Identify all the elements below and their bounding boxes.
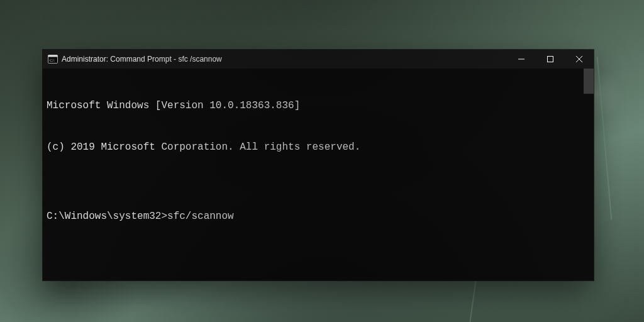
terminal-output: Microsoft Windows [Version 10.0.18363.83… [43, 69, 594, 280]
window-controls [507, 50, 594, 69]
maximize-button[interactable] [536, 50, 565, 69]
window-title: Administrator: Command Prompt - sfc /sca… [62, 55, 222, 64]
terminal-line: C:\Windows\system32>sfc/scannow [47, 209, 590, 223]
vertical-scrollbar[interactable] [584, 69, 594, 280]
command-prompt-window[interactable]: C:\ Administrator: Command Prompt - sfc … [43, 50, 594, 280]
terminal-area[interactable]: Microsoft Windows [Version 10.0.18363.83… [43, 69, 594, 280]
terminal-line: Microsoft Windows [Version 10.0.18363.83… [47, 99, 590, 113]
titlebar[interactable]: C:\ Administrator: Command Prompt - sfc … [43, 50, 594, 69]
desktop-wallpaper: C:\ Administrator: Command Prompt - sfc … [0, 0, 644, 322]
scrollbar-thumb[interactable] [584, 69, 594, 94]
cmd-icon: C:\ [48, 54, 58, 64]
terminal-line: Beginning system scan. This process will… [47, 279, 590, 280]
svg-rect-6 [548, 57, 553, 62]
svg-text:C:\: C:\ [50, 58, 55, 62]
wallpaper-stem [597, 57, 613, 219]
close-button[interactable] [565, 50, 594, 69]
terminal-line: (c) 2019 Microsoft Corporation. All righ… [47, 140, 590, 154]
svg-rect-3 [48, 55, 58, 57]
minimize-button[interactable] [507, 50, 536, 69]
